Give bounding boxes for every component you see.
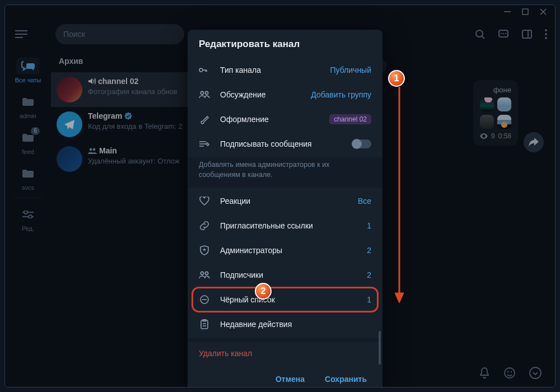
cancel-button[interactable]: Отмена (268, 370, 312, 388)
svg-point-19 (200, 272, 203, 275)
row-appearance[interactable]: Оформление channel 02 (188, 107, 382, 132)
row-discussion[interactable]: Обсуждение Добавить группу (188, 82, 382, 107)
brush-icon (199, 114, 210, 125)
row-blacklist[interactable]: Чёрный список 1 (193, 288, 377, 311)
signature-icon (199, 138, 210, 150)
row-value: Публичный (330, 66, 371, 74)
row-sign-messages[interactable]: Подписывать сообщения (188, 132, 382, 156)
shield-star-icon (199, 245, 210, 256)
row-channel-type[interactable]: Тип канала Публичный (188, 58, 382, 82)
svg-point-16 (199, 68, 203, 72)
row-label: Подписывать сообщения (220, 139, 342, 148)
row-delete-channel[interactable]: Удалить канал (188, 342, 382, 365)
row-label: Чёрный список (220, 295, 357, 304)
row-invite-links[interactable]: Пригласительные ссылки 1 (188, 213, 382, 238)
heart-icon (199, 195, 210, 207)
row-label: Недавние действия (220, 320, 371, 329)
svg-point-20 (205, 272, 208, 275)
people-icon (199, 89, 210, 100)
row-label: Пригласительные ссылки (220, 221, 357, 230)
row-value: 1 (367, 295, 371, 304)
sign-toggle[interactable] (352, 139, 371, 148)
svg-point-17 (200, 91, 203, 94)
row-value: Добавить группу (311, 90, 371, 99)
row-label: Обсуждение (220, 90, 301, 99)
row-reactions[interactable]: Реакции Все (188, 189, 382, 213)
sign-hint: Добавлять имена администраторов к их соо… (188, 157, 382, 188)
row-label: Администраторы (220, 246, 357, 255)
row-label: Подписчики (220, 270, 357, 279)
row-subscribers[interactable]: Подписчики 2 (188, 263, 382, 287)
minus-circle-icon (199, 294, 210, 305)
lock-icon (199, 64, 210, 76)
people-icon (199, 269, 210, 281)
modal-scrollbar[interactable] (378, 63, 381, 365)
row-label: Реакции (220, 197, 348, 206)
link-icon (199, 220, 210, 231)
save-button[interactable]: Сохранить (317, 370, 375, 388)
row-label: Удалить канал (199, 349, 371, 358)
row-value: 2 (367, 246, 371, 255)
row-label: Оформление (220, 115, 319, 124)
row-value: 1 (367, 221, 371, 230)
row-value: 2 (367, 270, 371, 279)
clipboard-icon (199, 319, 210, 330)
appearance-chip: channel 02 (329, 114, 371, 124)
edit-channel-modal: Редактировать канал Тип канала Публичный… (188, 30, 382, 388)
row-value: Все (358, 197, 371, 206)
row-label: Тип канала (220, 66, 320, 74)
row-recent-actions[interactable]: Недавние действия (188, 312, 382, 337)
svg-point-18 (205, 91, 208, 94)
modal-title: Редактировать канал (188, 30, 382, 57)
row-admins[interactable]: Администраторы 2 (188, 238, 382, 263)
